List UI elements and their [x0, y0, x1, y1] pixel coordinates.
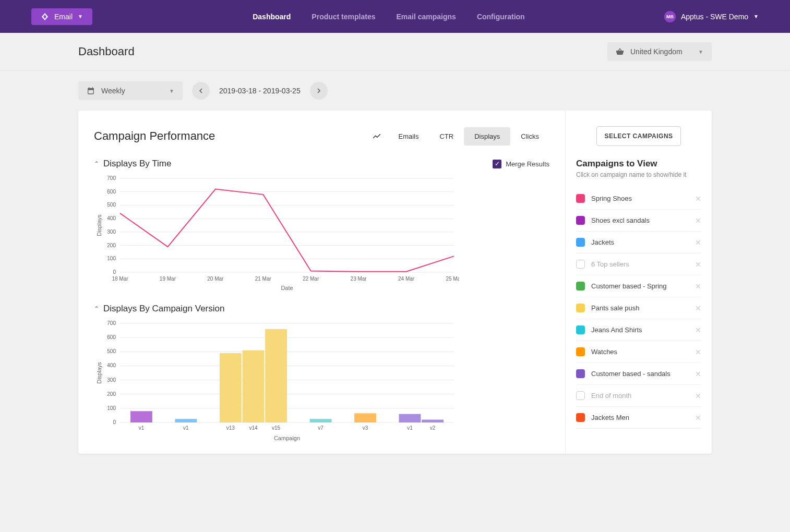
line-chart: 010020030040050060070018 Mar19 Mar20 Mar… [94, 173, 459, 293]
svg-rect-42 [130, 411, 152, 422]
svg-text:v1: v1 [183, 425, 189, 431]
tab-emails[interactable]: Emails [388, 127, 429, 146]
svg-text:500: 500 [107, 348, 116, 354]
svg-rect-58 [422, 420, 444, 422]
app-header: Email ▼ Dashboard Product templates Emai… [0, 0, 790, 33]
campaign-item[interactable]: Spring Shoes✕ [576, 188, 701, 210]
svg-text:0: 0 [113, 269, 116, 275]
svg-rect-52 [310, 419, 332, 422]
campaign-item[interactable]: 6 Top sellers✕ [576, 253, 701, 275]
tab-trend-icon[interactable] [366, 126, 388, 146]
svg-text:400: 400 [107, 362, 116, 368]
campaign-item[interactable]: Pants sale push✕ [576, 297, 701, 319]
svg-rect-44 [175, 419, 197, 422]
svg-rect-56 [399, 414, 421, 422]
svg-text:24 Mar: 24 Mar [398, 276, 415, 282]
campaign-label: Shoes excl sandals [591, 216, 650, 224]
close-icon[interactable]: ✕ [695, 195, 701, 203]
caret-down-icon: ▼ [753, 14, 759, 19]
campaign-label: End of month [591, 392, 631, 400]
close-icon[interactable]: ✕ [695, 348, 701, 356]
svg-text:100: 100 [107, 256, 116, 261]
campaign-swatch [576, 194, 585, 203]
svg-text:21 Mar: 21 Mar [255, 276, 272, 282]
close-icon[interactable]: ✕ [695, 326, 701, 334]
bar-chart: 0100200300400500600700v1v1v13v14v15v7v3v… [94, 318, 459, 443]
campaign-swatch [576, 369, 585, 378]
app-menu-dropdown[interactable]: Email ▼ [31, 8, 92, 25]
svg-text:100: 100 [107, 405, 116, 411]
svg-text:v14: v14 [249, 425, 258, 431]
merge-results-checkbox[interactable]: ✓ Merge Results [493, 160, 549, 168]
close-icon[interactable]: ✕ [695, 216, 701, 225]
svg-rect-50 [265, 329, 287, 422]
tab-ctr[interactable]: CTR [429, 127, 464, 146]
close-icon[interactable]: ✕ [695, 238, 701, 247]
svg-text:19 Mar: 19 Mar [160, 276, 176, 282]
campaign-swatch [576, 325, 585, 334]
close-icon[interactable]: ✕ [695, 260, 701, 269]
svg-text:v2: v2 [430, 425, 436, 431]
sidebar-title: Campaigns to View [576, 159, 701, 169]
campaign-swatch [576, 304, 585, 312]
campaign-label: Pants sale push [591, 304, 640, 312]
campaign-swatch [576, 413, 585, 422]
date-range-label: 2019-03-18 - 2019-03-25 [219, 87, 301, 95]
campaign-swatch [576, 347, 585, 356]
caret-down-icon: ▼ [78, 14, 83, 19]
campaign-item[interactable]: Jeans And Shirts✕ [576, 319, 701, 341]
campaign-item[interactable]: Customer based - Spring✕ [576, 275, 701, 297]
svg-text:300: 300 [107, 377, 116, 383]
svg-text:v1: v1 [139, 425, 145, 431]
region-select[interactable]: United Kingdom ▼ [607, 42, 712, 61]
campaign-label: Customer based - Spring [591, 282, 667, 290]
tab-displays[interactable]: Displays [464, 127, 510, 146]
page-header-row: Dashboard United Kingdom ▼ [0, 33, 790, 71]
campaign-swatch [576, 391, 585, 400]
tab-clicks[interactable]: Clicks [510, 127, 549, 146]
close-icon[interactable]: ✕ [695, 414, 701, 422]
svg-text:v13: v13 [226, 425, 235, 431]
campaign-label: Customer based - sandals [591, 370, 671, 378]
frequency-select[interactable]: Weekly ▼ [78, 81, 183, 100]
svg-text:22 Mar: 22 Mar [303, 276, 319, 282]
nav-configuration[interactable]: Configuration [477, 13, 525, 21]
campaign-swatch [576, 260, 585, 269]
campaign-item[interactable]: Watches✕ [576, 341, 701, 363]
close-icon[interactable]: ✕ [695, 304, 701, 312]
svg-text:23 Mar: 23 Mar [351, 276, 367, 282]
svg-text:400: 400 [107, 215, 116, 221]
section1-title-row[interactable]: ⌃ Displays By Time [94, 159, 171, 169]
controls-row: Weekly ▼ 2019-03-18 - 2019-03-25 [0, 71, 790, 111]
app-logo-icon [41, 13, 49, 21]
close-icon[interactable]: ✕ [695, 282, 701, 291]
chart-column: Campaign Performance Emails CTR Displays… [78, 111, 566, 454]
date-next-button[interactable] [310, 82, 328, 100]
date-prev-button[interactable] [192, 82, 210, 100]
svg-text:200: 200 [107, 243, 116, 248]
svg-text:0: 0 [113, 419, 116, 425]
user-menu[interactable]: MB Apptus - SWE Demo ▼ [664, 11, 759, 22]
close-icon[interactable]: ✕ [695, 370, 701, 378]
frequency-label: Weekly [101, 87, 125, 95]
campaign-item[interactable]: Jackets Men✕ [576, 407, 701, 429]
caret-down-icon: ▼ [169, 88, 174, 94]
campaign-label: Spring Shoes [591, 195, 632, 202]
svg-text:18 Mar: 18 Mar [112, 276, 128, 282]
campaign-item[interactable]: Shoes excl sandals✕ [576, 210, 701, 232]
checkmark-icon: ✓ [493, 160, 501, 168]
merge-label: Merge Results [506, 160, 549, 168]
nav-email-campaigns[interactable]: Email campaigns [396, 13, 456, 21]
section2-title-row[interactable]: ⌃ Displays By Campaign Version [94, 304, 224, 314]
nav-dashboard[interactable]: Dashboard [253, 13, 291, 21]
svg-text:v1: v1 [407, 425, 413, 431]
campaign-item[interactable]: Jackets✕ [576, 232, 701, 253]
chevron-up-icon: ⌃ [94, 305, 99, 312]
page-title: Dashboard [78, 45, 135, 58]
campaign-item[interactable]: Customer based - sandals✕ [576, 363, 701, 385]
nav-product-templates[interactable]: Product templates [312, 13, 375, 21]
svg-text:v3: v3 [363, 425, 368, 431]
close-icon[interactable]: ✕ [695, 392, 701, 400]
campaign-item[interactable]: End of month✕ [576, 385, 701, 407]
select-campaigns-button[interactable]: SELECT CAMPAIGNS [596, 126, 680, 146]
